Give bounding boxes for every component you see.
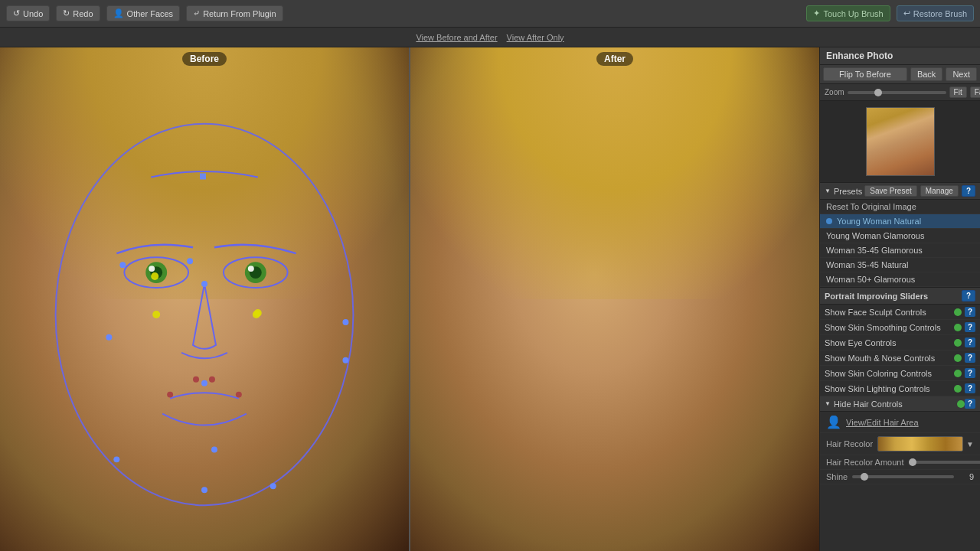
undo-button[interactable]: ↺ Undo <box>6 5 50 21</box>
face-sculpt-label: Show Face Sculpt Controls <box>825 308 951 317</box>
mouth-nose-label: Show Mouth & Nose Controls <box>825 354 951 363</box>
redo-icon: ↻ <box>63 8 70 18</box>
mouth-nose-status-dot <box>954 354 962 362</box>
restore-brush-button[interactable]: ↩ Restore Brush <box>897 5 974 21</box>
mouth-nose-help-button[interactable]: ? <box>965 353 975 363</box>
flip-to-before-button[interactable]: Flip To Before <box>823 67 907 81</box>
hair-recolor-amount-slider[interactable] <box>909 461 981 464</box>
preset-item-woman-50-glam[interactable]: Woman 50+ Glamorous <box>820 272 980 287</box>
preset-woman-35-glam-label: Woman 35-45 Glamorous <box>826 246 923 255</box>
face-zoom-button[interactable]: Face <box>970 86 980 98</box>
photo-thumbnail <box>866 107 935 176</box>
nav-bar: Flip To Before Back Next <box>820 65 980 84</box>
preset-selected-dot <box>826 218 832 224</box>
fit-zoom-button[interactable]: Fit <box>949 86 967 98</box>
after-panel: After <box>410 47 819 551</box>
redo-button[interactable]: ↻ Redo <box>56 5 100 21</box>
thumbnail-area <box>820 101 980 183</box>
view-bar: View Before and After View After Only <box>0 28 980 47</box>
enhance-title-bar: Enhance Photo <box>820 47 980 65</box>
shine-slider[interactable] <box>852 475 954 478</box>
presets-label: Presets <box>834 187 864 196</box>
sliders-help-button[interactable]: ? <box>962 290 975 302</box>
preset-item-woman-35-nat[interactable]: Woman 35-45 Natural <box>820 258 980 272</box>
skin-smoothing-row[interactable]: Show Skin Smoothing Controls ? <box>820 320 980 335</box>
reset-label: Reset To Original Image <box>826 202 916 211</box>
preset-woman-35-nat-label: Woman 35-45 Natural <box>826 260 908 269</box>
return-plugin-button[interactable]: ⤶ Return From Plugin <box>186 5 283 21</box>
eye-controls-status-dot <box>954 339 962 347</box>
face-sculpt-status-dot <box>954 308 962 316</box>
preset-item-young-natural[interactable]: Young Woman Natural <box>820 214 980 229</box>
preset-item-young-glamorous[interactable]: Young Woman Glamorous <box>820 229 980 243</box>
preset-item-reset[interactable]: Reset To Original Image <box>820 200 980 214</box>
face-sculpt-help-button[interactable]: ? <box>965 307 975 317</box>
save-preset-button[interactable]: Save Preset <box>864 185 916 197</box>
hair-area-icon: 👤 <box>826 415 841 429</box>
back-button[interactable]: Back <box>910 67 942 81</box>
touch-up-button[interactable]: ✦ Touch Up Brush <box>806 5 890 21</box>
view-after-only-link[interactable]: View After Only <box>507 33 564 42</box>
hair-header[interactable]: ▼ Hide Hair Controls ? <box>820 396 980 412</box>
next-button[interactable]: Next <box>946 67 977 81</box>
zoom-bar: Zoom Fit Face 1:1 <box>820 84 980 101</box>
other-faces-button[interactable]: 👤 Other Faces <box>106 5 181 21</box>
eye-controls-label: Show Eye Controls <box>825 338 951 347</box>
plugin-icon: ⤶ <box>193 8 200 18</box>
preset-item-woman-35-glam[interactable]: Woman 35-45 Glamorous <box>820 243 980 258</box>
sliders-label: Portrait Improving Sliders <box>825 292 962 301</box>
zoom-label: Zoom <box>825 88 844 96</box>
hair-status-dot <box>957 400 965 408</box>
skin-smoothing-help-button[interactable]: ? <box>965 322 975 332</box>
hair-recolor-amount-label: Hair Recolor Amount <box>826 458 904 467</box>
skin-coloring-status-dot <box>954 370 962 377</box>
main-area: Before <box>0 47 980 551</box>
skin-lighting-help-button[interactable]: ? <box>965 383 975 393</box>
sliders-header: Portrait Improving Sliders ? <box>820 288 980 305</box>
skin-coloring-row[interactable]: Show Skin Coloring Controls ? <box>820 366 980 381</box>
sliders-section: Portrait Improving Sliders ? Show Face S… <box>820 288 980 396</box>
undo-icon: ↺ <box>13 8 20 18</box>
before-panel: Before <box>0 47 409 551</box>
hair-swatch-container: ▼ <box>877 436 974 452</box>
skin-coloring-help-button[interactable]: ? <box>965 368 975 378</box>
hair-help-button[interactable]: ? <box>965 399 975 409</box>
skin-lighting-status-dot <box>954 385 962 393</box>
right-panel: Enhance Photo Flip To Before Back Next Z… <box>819 47 980 551</box>
preset-young-glamorous-label: Young Woman Glamorous <box>826 231 924 240</box>
skin-smoothing-label: Show Skin Smoothing Controls <box>825 323 951 332</box>
shine-value: 9 <box>959 472 974 481</box>
skin-lighting-label: Show Skin Lighting Controls <box>825 384 951 393</box>
skin-lighting-row[interactable]: Show Skin Lighting Controls ? <box>820 381 980 396</box>
hair-dropdown-arrow-icon[interactable]: ▼ <box>966 440 974 448</box>
enhance-title-text: Enhance Photo <box>826 51 893 61</box>
preset-young-natural-label: Young Woman Natural <box>837 217 921 226</box>
view-edit-hair-row[interactable]: 👤 View/Edit Hair Area <box>820 412 980 433</box>
shine-label: Shine <box>826 472 848 481</box>
hair-header-label: Hide Hair Controls <box>834 399 957 409</box>
after-label: After <box>596 52 633 66</box>
view-before-after-link[interactable]: View Before and After <box>416 33 497 42</box>
hair-recolor-row: Hair Recolor ▼ <box>820 433 980 455</box>
presets-triangle-icon: ▼ <box>825 187 831 194</box>
eye-controls-help-button[interactable]: ? <box>965 337 975 347</box>
presets-section: ▼ Presets Save Preset Manage ? Reset To … <box>820 183 980 288</box>
toolbar: ↺ Undo ↻ Redo 👤 Other Faces ⤶ Return Fro… <box>0 0 980 28</box>
face-sculpt-row[interactable]: Show Face Sculpt Controls ? <box>820 305 980 320</box>
zoom-slider[interactable] <box>848 91 946 94</box>
preset-woman-50-glam-label: Woman 50+ Glamorous <box>826 275 915 284</box>
mouth-nose-row[interactable]: Show Mouth & Nose Controls ? <box>820 350 980 366</box>
brush-icon: ✦ <box>813 8 820 18</box>
view-edit-hair-label[interactable]: View/Edit Hair Area <box>846 418 974 427</box>
skin-smoothing-status-dot <box>954 324 962 331</box>
hair-color-swatch[interactable] <box>877 436 963 452</box>
eye-controls-row[interactable]: Show Eye Controls ? <box>820 335 980 350</box>
faces-icon: 👤 <box>113 8 124 18</box>
hair-triangle-icon: ▼ <box>825 400 831 407</box>
presets-header[interactable]: ▼ Presets Save Preset Manage ? <box>820 183 980 200</box>
hair-section: ▼ Hide Hair Controls ? 👤 View/Edit Hair … <box>820 396 980 484</box>
presets-help-button[interactable]: ? <box>962 185 975 197</box>
manage-presets-button[interactable]: Manage <box>920 185 959 197</box>
shine-row: Shine 9 <box>820 470 980 484</box>
skin-coloring-label: Show Skin Coloring Controls <box>825 369 951 378</box>
